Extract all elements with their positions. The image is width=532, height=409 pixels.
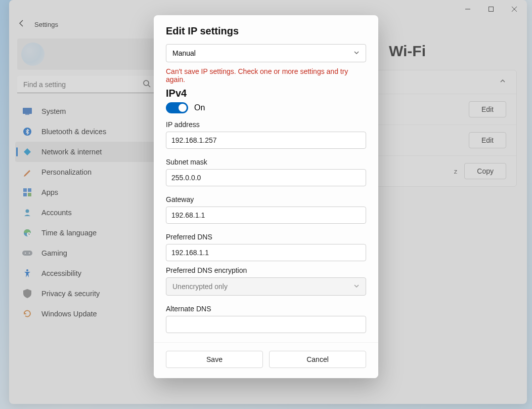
- subnet-mask-label: Subnet mask: [166, 158, 366, 166]
- chevron-down-icon: [353, 282, 360, 291]
- ip-mode-value: Manual: [172, 49, 196, 57]
- gateway-label: Gateway: [166, 195, 366, 203]
- alternate-dns-label: Alternate DNS: [166, 305, 366, 313]
- ip-address-input[interactable]: [166, 132, 366, 149]
- toggle-label: On: [194, 103, 205, 112]
- save-button[interactable]: Save: [166, 351, 263, 368]
- preferred-dns-enc-select[interactable]: Unencrypted only: [166, 277, 366, 296]
- ipv4-toggle[interactable]: [166, 102, 188, 113]
- preferred-dns-enc-value: Unencrypted only: [172, 282, 228, 291]
- ipv4-heading: IPv4: [166, 88, 366, 99]
- subnet-mask-input[interactable]: [166, 169, 366, 186]
- preferred-dns-label: Preferred DNS: [166, 233, 366, 241]
- preferred-dns-input[interactable]: [166, 244, 366, 261]
- chevron-down-icon: [353, 49, 360, 57]
- preferred-dns-enc-label: Preferred DNS encryption: [166, 266, 366, 274]
- modal-overlay: Edit IP settings Manual Can't save IP se…: [0, 0, 532, 409]
- dialog-footer: Save Cancel: [154, 342, 378, 378]
- dialog-title: Edit IP settings: [166, 25, 366, 37]
- alternate-dns-input[interactable]: [166, 316, 366, 333]
- error-message: Can't save IP settings. Check one or mor…: [166, 67, 366, 84]
- ip-mode-select[interactable]: Manual: [166, 44, 366, 62]
- ip-address-label: IP address: [166, 120, 366, 129]
- gateway-input[interactable]: [166, 207, 366, 224]
- cancel-button[interactable]: Cancel: [269, 351, 366, 368]
- edit-ip-dialog: Edit IP settings Manual Can't save IP se…: [154, 15, 378, 378]
